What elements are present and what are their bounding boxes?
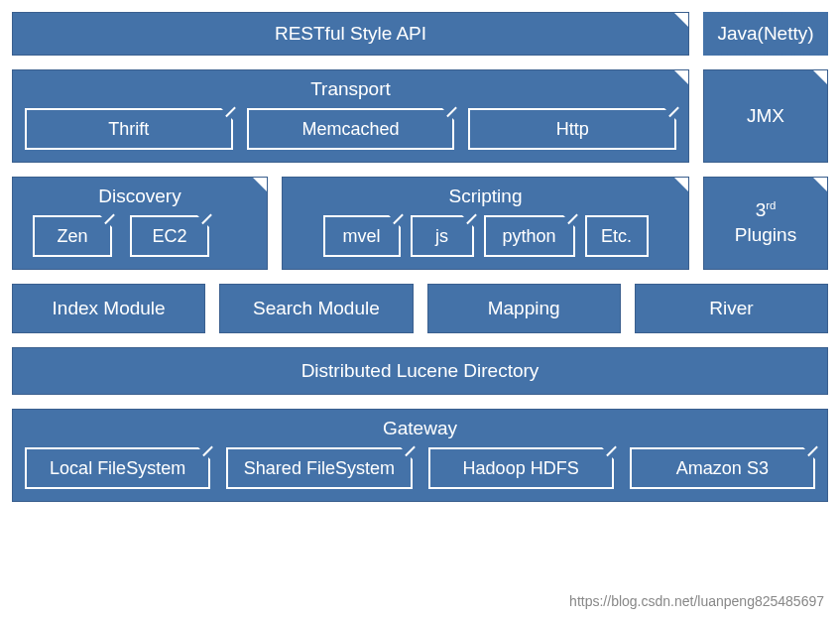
scripting-items: mvel js python Etc. [295,215,676,257]
row-discovery-scripting: Discovery Zen EC2 Scripting mvel js pyth… [12,177,828,270]
restful-api-box: RESTful Style API [12,12,689,56]
scripting-js: js [411,215,474,257]
row-gateway: Gateway Local FileSystem Shared FileSyst… [12,409,828,502]
plugins-line2: Plugins [735,223,796,248]
plugins-line1: 3rd [756,198,777,223]
python-label: python [502,226,555,247]
search-module-box: Search Module [219,284,413,333]
scripting-python: python [484,215,575,257]
row-api: RESTful Style API Java(Netty) [12,12,828,56]
index-module-box: Index Module [12,284,205,333]
discovery-container: Discovery Zen EC2 [12,177,268,270]
discovery-zen: Zen [33,215,112,257]
row-transport: Transport Thrift Memcached Http JMX [12,69,828,163]
plugins-prefix: 3 [756,199,767,220]
row-lucene: Distributed Lucene Directory [12,347,828,395]
plugins-box: 3rd Plugins [703,177,828,270]
transport-thrift: Thrift [25,108,233,150]
index-module-label: Index Module [53,298,166,319]
gateway-local-fs: Local FileSystem [25,447,210,489]
scripting-etc: Etc. [585,215,649,257]
jmx-label: JMX [747,105,784,127]
row-modules: Index Module Search Module Mapping River [12,284,828,333]
memcached-label: Memcached [301,119,399,140]
local-fs-label: Local FileSystem [50,458,185,479]
s3-label: Amazon S3 [676,458,769,479]
transport-container: Transport Thrift Memcached Http [12,69,689,163]
http-label: Http [556,119,589,140]
lucene-directory-label: Distributed Lucene Directory [301,360,540,382]
river-label: River [709,298,753,319]
transport-title: Transport [25,78,676,100]
gateway-container: Gateway Local FileSystem Shared FileSyst… [12,409,828,502]
mapping-label: Mapping [488,298,560,319]
thrift-label: Thrift [108,119,149,140]
gateway-s3: Amazon S3 [630,447,815,489]
mvel-label: mvel [342,226,380,247]
jmx-box: JMX [703,69,828,163]
restful-api-label: RESTful Style API [275,23,426,45]
discovery-ec2: EC2 [130,215,209,257]
gateway-title: Gateway [25,418,815,439]
mapping-box: Mapping [427,284,621,333]
etc-label: Etc. [601,226,632,247]
watermark-text: https://blog.csdn.net/luanpeng825485697 [569,593,824,609]
scripting-container: Scripting mvel js python Etc. [282,177,689,270]
transport-items: Thrift Memcached Http [25,108,676,150]
ec2-label: EC2 [152,226,186,247]
hadoop-label: Hadoop HDFS [463,458,579,479]
java-netty-box: Java(Netty) [703,12,828,56]
gateway-shared-fs: Shared FileSystem [226,447,412,489]
js-label: js [435,226,448,247]
discovery-items: Zen EC2 [25,215,255,257]
gateway-items: Local FileSystem Shared FileSystem Hadoo… [25,447,815,489]
zen-label: Zen [57,226,87,247]
plugins-sup: rd [766,199,776,211]
discovery-title: Discovery [25,186,255,207]
transport-memcached: Memcached [247,108,455,150]
search-module-label: Search Module [253,298,380,319]
gateway-hadoop: Hadoop HDFS [428,447,614,489]
scripting-title: Scripting [295,186,676,207]
lucene-directory-box: Distributed Lucene Directory [12,347,828,395]
shared-fs-label: Shared FileSystem [244,458,395,479]
river-box: River [635,284,828,333]
java-netty-label: Java(Netty) [717,23,813,45]
transport-http: Http [468,108,676,150]
scripting-mvel: mvel [323,215,401,257]
